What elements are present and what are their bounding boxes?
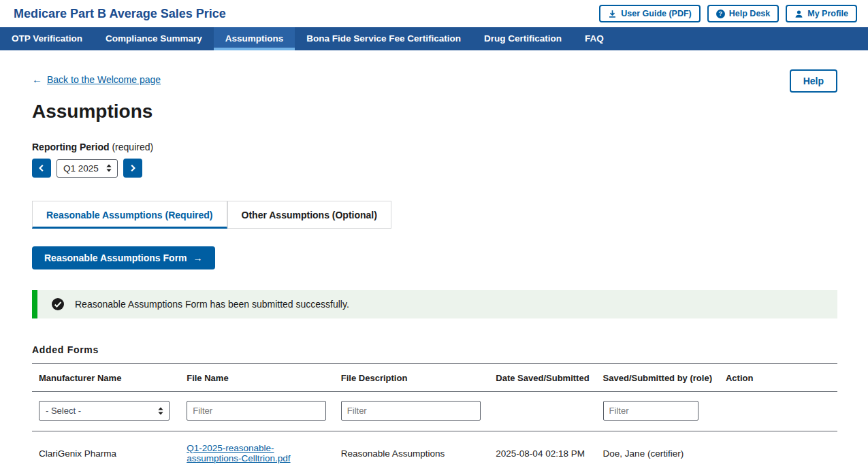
manufacturer-filter-select[interactable]: - Select - xyxy=(39,401,170,421)
download-icon xyxy=(608,10,617,18)
help-desk-label: Help Desk xyxy=(729,8,770,19)
chevron-right-icon xyxy=(129,164,137,172)
help-button[interactable]: Help xyxy=(790,69,837,93)
reporting-period-label: Reporting Period (required) xyxy=(32,142,837,152)
right-arrow-icon: → xyxy=(193,252,203,263)
action-cell xyxy=(719,431,837,475)
column-header-date-saved: Date Saved/Submitted xyxy=(489,364,596,392)
file-name-cell: Q1-2025-reasonable-assumptions-Celltrion… xyxy=(180,431,334,475)
form-button-label: Reasonable Assumptions Form xyxy=(44,252,187,263)
back-link[interactable]: ← Back to the Welcome page xyxy=(32,73,161,85)
added-forms-table: Manufacturer Name File Name File Descrip… xyxy=(32,363,837,475)
manufacturer-filter-wrap: - Select - xyxy=(39,401,170,421)
nav-item-compliance-summary[interactable]: Compliance Summary xyxy=(94,27,214,50)
column-header-action: Action xyxy=(719,364,837,392)
file-description-filter-cell xyxy=(334,392,489,431)
table-header-row: Manufacturer Name File Name File Descrip… xyxy=(32,364,837,392)
date-filter-cell xyxy=(489,392,596,431)
assumptions-tabs: Reasonable Assumptions (Required) Other … xyxy=(32,201,837,229)
saved-by-filter-input[interactable] xyxy=(603,401,698,421)
nav-item-assumptions[interactable]: Assumptions xyxy=(214,27,295,50)
added-forms-title: Added Forms xyxy=(32,344,837,355)
back-arrow-icon: ← xyxy=(32,73,42,85)
file-name-filter-cell xyxy=(180,392,334,431)
back-link-label: Back to the Welcome page xyxy=(47,74,161,85)
success-message: Reasonable Assumptions Form has been sub… xyxy=(75,299,349,310)
reporting-period-select-wrap: Q1 2025 xyxy=(57,159,118,178)
tab-reasonable-assumptions[interactable]: Reasonable Assumptions (Required) xyxy=(32,201,227,229)
person-icon xyxy=(794,10,803,18)
tab-other-assumptions[interactable]: Other Assumptions (Optional) xyxy=(227,201,391,229)
nav-item-otp-verification[interactable]: OTP Verification xyxy=(0,27,94,50)
nav-item-faq[interactable]: FAQ xyxy=(573,27,615,50)
nav-item-drug-certification[interactable]: Drug Certification xyxy=(472,27,573,50)
column-header-file-name: File Name xyxy=(180,364,334,392)
reporting-period-select[interactable]: Q1 2025 xyxy=(57,159,118,178)
table-row: ClariGenix Pharma Q1-2025-reasonable-ass… xyxy=(32,431,837,475)
saved-by-filter-cell xyxy=(596,392,719,431)
primary-nav: OTP Verification Compliance Summary Assu… xyxy=(0,27,868,50)
previous-period-button[interactable] xyxy=(32,159,51,178)
manufacturer-filter-cell: - Select - xyxy=(32,392,180,431)
help-desk-button[interactable]: ? Help Desk xyxy=(707,5,779,22)
user-guide-label: User Guide (PDF) xyxy=(621,8,692,19)
reporting-period-label-text: Reporting Period xyxy=(32,142,110,152)
reasonable-assumptions-form-button[interactable]: Reasonable Assumptions Form → xyxy=(32,246,215,269)
app-title: Medicare Part B Average Sales Price xyxy=(14,7,226,21)
page-title: Assumptions xyxy=(32,101,837,122)
header-actions: User Guide (PDF) ? Help Desk My Profile xyxy=(599,5,857,22)
column-header-file-description: File Description xyxy=(334,364,489,392)
nav-item-bona-fide-service-fee-certification[interactable]: Bona Fide Service Fee Certification xyxy=(295,27,472,50)
file-description-cell: Reasonable Assumptions xyxy=(334,431,489,475)
my-profile-label: My Profile xyxy=(807,8,848,19)
success-alert: Reasonable Assumptions Form has been sub… xyxy=(32,290,837,318)
page-top-row: ← Back to the Welcome page Help xyxy=(32,69,837,93)
manufacturer-cell: ClariGenix Pharma xyxy=(32,431,180,475)
file-description-filter-input[interactable] xyxy=(341,401,481,421)
chevron-left-icon xyxy=(37,164,46,172)
app-header: Medicare Part B Average Sales Price User… xyxy=(0,0,868,27)
user-guide-button[interactable]: User Guide (PDF) xyxy=(599,5,701,22)
action-filter-cell xyxy=(719,392,837,431)
my-profile-button[interactable]: My Profile xyxy=(786,5,857,22)
saved-by-cell: Doe, Jane (certifier) xyxy=(596,431,719,475)
table-filter-row: - Select - xyxy=(32,392,837,431)
main-content: ← Back to the Welcome page Help Assumpti… xyxy=(0,50,868,475)
question-icon: ? xyxy=(716,10,725,18)
file-name-filter-input[interactable] xyxy=(187,401,326,421)
file-link[interactable]: Q1-2025-reasonable-assumptions-Celltrion… xyxy=(187,443,290,463)
column-header-manufacturer-name: Manufacturer Name xyxy=(32,364,180,392)
reporting-period-required-note: (required) xyxy=(112,142,153,152)
reporting-period-controls: Q1 2025 xyxy=(32,159,837,178)
check-circle-icon xyxy=(51,297,65,311)
next-period-button[interactable] xyxy=(123,159,142,178)
date-saved-cell: 2025-08-04 02:18 PM xyxy=(489,431,596,475)
column-header-saved-by: Saved/Submitted by (role) xyxy=(596,364,719,392)
